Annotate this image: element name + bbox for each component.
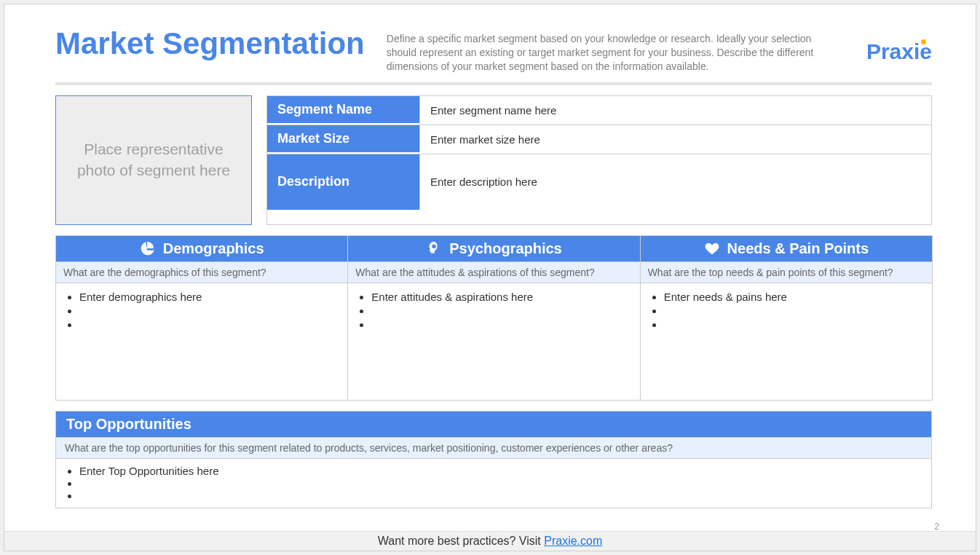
photo-placeholder[interactable]: Place representative photo of segment he… bbox=[55, 95, 252, 225]
psychographics-subheader: What are the attitudes & aspirations of … bbox=[348, 261, 639, 283]
top-row: Place representative photo of segment he… bbox=[55, 95, 932, 225]
needs-title: Needs & Pain Points bbox=[727, 240, 869, 257]
page-number: 2 bbox=[934, 521, 939, 532]
list-item: Enter needs & pains here bbox=[664, 291, 922, 303]
header: Market Segmentation Define a specific ma… bbox=[4, 4, 976, 74]
needs-column: Needs & Pain Points What are the top nee… bbox=[640, 235, 933, 401]
opportunities-subheader: What are the top opportunities for this … bbox=[56, 437, 931, 459]
footer-text: Want more best practices? Visit bbox=[378, 535, 545, 547]
market-size-input[interactable]: Enter market size here bbox=[420, 125, 931, 154]
list-item bbox=[371, 304, 629, 317]
list-item bbox=[371, 318, 629, 331]
demographics-header: Demographics bbox=[56, 236, 347, 261]
psychographics-column: Psychographics What are the attitudes & … bbox=[347, 235, 640, 401]
needs-subheader: What are the top needs & pain points of … bbox=[641, 261, 932, 283]
demographics-body[interactable]: Enter demographics here bbox=[56, 283, 347, 400]
list-item bbox=[664, 318, 922, 331]
list-item bbox=[664, 304, 922, 317]
demographics-subheader: What are the demographics of this segmen… bbox=[56, 261, 347, 283]
page-title: Market Segmentation bbox=[55, 26, 365, 61]
list-item bbox=[79, 489, 921, 502]
list-item bbox=[79, 304, 337, 317]
psychographics-header: Psychographics bbox=[348, 236, 639, 261]
market-size-row: Market Size Enter market size here bbox=[267, 125, 931, 154]
footer: Want more best practices? Visit Praxie.c… bbox=[4, 531, 976, 551]
list-item bbox=[79, 477, 921, 489]
slide: Market Segmentation Define a specific ma… bbox=[4, 4, 976, 551]
list-item: Enter attitudes & aspirations here bbox=[371, 291, 629, 303]
segment-columns: Demographics What are the demographics o… bbox=[55, 235, 932, 401]
description-row: Description Enter description here bbox=[267, 154, 931, 210]
pie-chart-icon bbox=[140, 240, 156, 256]
psychographics-title: Psychographics bbox=[449, 240, 562, 257]
info-table: Segment Name Enter segment name here Mar… bbox=[266, 95, 932, 225]
opportunities-body[interactable]: Enter Top Opportunities here bbox=[56, 459, 931, 508]
photo-placeholder-text: Place representative photo of segment he… bbox=[71, 139, 237, 181]
segment-name-row: Segment Name Enter segment name here bbox=[267, 96, 931, 125]
demographics-column: Demographics What are the demographics o… bbox=[55, 235, 348, 401]
list-item: Enter Top Opportunities here bbox=[79, 465, 921, 477]
market-size-label: Market Size bbox=[267, 125, 420, 154]
header-divider bbox=[55, 82, 932, 85]
head-gears-icon bbox=[426, 240, 442, 256]
logo-dot-icon bbox=[921, 39, 926, 44]
list-item bbox=[79, 318, 337, 331]
psychographics-body[interactable]: Enter attitudes & aspirations here bbox=[348, 283, 639, 400]
brand-logo: Praxie bbox=[866, 26, 932, 64]
segment-name-input[interactable]: Enter segment name here bbox=[420, 96, 931, 125]
opportunities-section: Top Opportunities What are the top oppor… bbox=[55, 411, 932, 508]
opportunities-header: Top Opportunities bbox=[56, 412, 931, 437]
heart-icon bbox=[704, 240, 720, 256]
page-subtitle: Define a specific market segment based o… bbox=[387, 26, 866, 74]
demographics-title: Demographics bbox=[163, 240, 264, 257]
needs-header: Needs & Pain Points bbox=[641, 236, 932, 261]
description-input[interactable]: Enter description here bbox=[420, 154, 931, 210]
segment-name-label: Segment Name bbox=[267, 96, 420, 125]
list-item: Enter demographics here bbox=[79, 291, 337, 303]
needs-body[interactable]: Enter needs & pains here bbox=[641, 283, 932, 400]
description-label: Description bbox=[267, 154, 420, 210]
footer-link[interactable]: Praxie.com bbox=[544, 535, 602, 547]
